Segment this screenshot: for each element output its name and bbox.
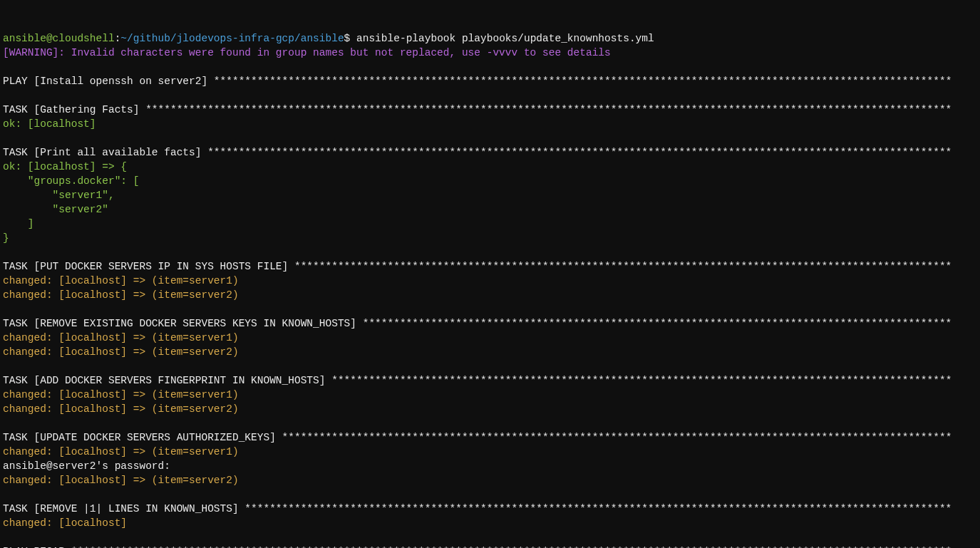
prompt-line: ansible@cloudshell:~/github/jlodevops-in… xyxy=(3,33,654,44)
user-host: ansible@cloudshell xyxy=(3,33,115,44)
stars: ****************************************… xyxy=(294,261,951,272)
facts-output: ok: [localhost] => { xyxy=(3,161,127,172)
task-print-facts: TASK [Print all available facts] *******… xyxy=(3,147,951,158)
task-remove-keys: TASK [REMOVE EXISTING DOCKER SERVERS KEY… xyxy=(3,318,951,329)
changed-localhost: changed: [localhost] xyxy=(3,517,127,529)
task-add-fingerprint: TASK [ADD DOCKER SERVERS FINGERPRINT IN … xyxy=(3,375,951,386)
play-header: PLAY [Install openssh on server2] ******… xyxy=(3,76,951,87)
changed-server1: changed: [localhost] => (item=server1) xyxy=(3,275,239,286)
cwd-path: ~/github/jlodevops-infra-gcp/ansible xyxy=(120,33,344,44)
stars: ****************************************… xyxy=(207,147,951,158)
task-gathering-facts: TASK [Gathering Facts] *****************… xyxy=(3,104,951,115)
stars: ****************************************… xyxy=(331,375,951,386)
stars: ****************************************… xyxy=(363,318,952,329)
task-put-hosts: TASK [PUT DOCKER SERVERS IP IN SYS HOSTS… xyxy=(3,261,951,272)
stars: ****************************************… xyxy=(244,503,951,515)
ok-localhost: ok: [localhost] xyxy=(3,118,96,130)
password-prompt: ansible@server2's password: xyxy=(3,460,170,472)
changed-server2: changed: [localhost] => (item=server2) xyxy=(3,289,239,301)
terminal-output[interactable]: ansible@cloudshell:~/github/jlodevops-in… xyxy=(3,31,977,548)
stars: ****************************************… xyxy=(214,76,951,87)
task-authorized-keys: TASK [UPDATE DOCKER SERVERS AUTHORIZED_K… xyxy=(3,432,951,443)
command-text: ansible-playbook playbooks/update_knownh… xyxy=(350,33,654,44)
stars: ****************************************… xyxy=(282,432,952,443)
warning-line: [WARNING]: Invalid characters were found… xyxy=(3,47,611,58)
stars: ****************************************… xyxy=(145,104,951,115)
task-remove-lines: TASK [REMOVE |1| LINES IN KNOWN_HOSTS] *… xyxy=(3,503,951,515)
